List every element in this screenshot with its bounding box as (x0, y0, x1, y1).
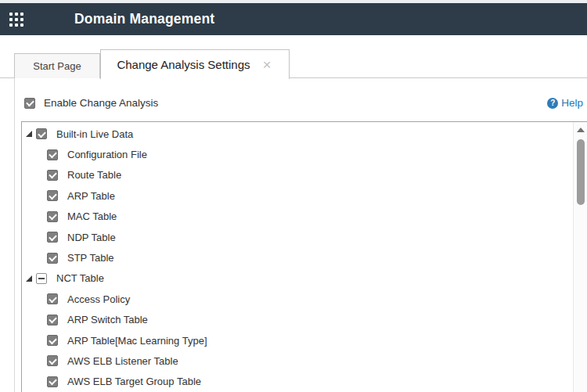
tree-item-checkbox[interactable] (36, 128, 47, 139)
tree-row: ARP Switch Table (22, 310, 572, 330)
tree-item-checkbox[interactable] (47, 335, 58, 346)
tree-row: NDP Table (22, 227, 572, 247)
tree-item-checkbox[interactable] (47, 149, 58, 160)
tree-item-label[interactable]: AWS ELB Target Group Table (67, 376, 201, 387)
tree-item-label[interactable]: ARP Table (67, 190, 115, 202)
help-link[interactable]: ? Help (547, 97, 583, 109)
tree-row: STP Table (22, 247, 572, 268)
app-header: Domain Management (0, 3, 587, 35)
tree-item-label[interactable]: Access Policy (67, 293, 130, 305)
expand-triangle-icon[interactable] (26, 131, 32, 137)
tree-item-label[interactable]: ARP Switch Table (67, 314, 148, 325)
scrollbar-thumb[interactable] (577, 139, 585, 205)
change-analysis-tree-panel: Built-in Live Data Configuration File Ro… (21, 121, 587, 392)
vertical-scrollbar[interactable] (573, 122, 587, 392)
tree-item-checkbox[interactable] (47, 293, 58, 304)
enable-change-analysis-row: Enable Change Analysis (24, 97, 158, 109)
tree-item-checkbox[interactable] (47, 232, 58, 243)
help-label: Help (561, 97, 583, 109)
tree-item-checkbox[interactable] (47, 355, 58, 366)
tab-strip: Start Page Change Analysis Settings × (0, 49, 587, 78)
tree-item-checkbox[interactable] (47, 190, 58, 201)
tree-row: Built-in Live Data (22, 124, 572, 144)
tree-item-checkbox[interactable] (36, 273, 47, 284)
tree-row: Access Policy (22, 289, 572, 309)
enable-change-analysis-label: Enable Change Analysis (44, 97, 158, 109)
tree-item-checkbox[interactable] (47, 170, 58, 181)
close-icon[interactable]: × (261, 59, 273, 70)
tree-row: MAC Table (22, 207, 572, 227)
tree-row: ARP Table (22, 185, 572, 206)
tree-item-checkbox[interactable] (47, 211, 58, 222)
tree-row: NCT Table (22, 268, 572, 289)
tree-item-label[interactable]: Built-in Live Data (56, 128, 133, 140)
tree-row: AWS ELB Target Group Table (22, 372, 572, 392)
tree-item-label[interactable]: MAC Table (67, 210, 117, 222)
tree-item-checkbox[interactable] (47, 315, 58, 325)
scroll-up-arrow-icon[interactable] (577, 128, 585, 132)
tree-item-label[interactable]: NCT Table (56, 272, 104, 284)
tree-item-label[interactable]: ARP Table[Mac Learning Type] (67, 335, 207, 347)
page-title: Domain Management (74, 3, 214, 35)
tree-row: AWS ELB Listener Table (22, 351, 572, 371)
tree-item-label[interactable]: AWS ELB Listener Table (67, 355, 178, 367)
help-icon[interactable]: ? (547, 98, 558, 109)
tree-item-checkbox[interactable] (47, 376, 58, 387)
tab-change-analysis-settings-label: Change Analysis Settings (117, 58, 250, 71)
tree-item-label[interactable]: Route Table (67, 169, 121, 181)
enable-change-analysis-checkbox[interactable] (24, 98, 35, 109)
app-launcher-grid-icon[interactable] (9, 13, 23, 27)
domain-management-window: Domain Management Start Page Change Anal… (0, 0, 587, 392)
tree-row: Configuration File (22, 144, 572, 164)
tree-item-label[interactable]: NDP Table (67, 232, 116, 243)
tree: Built-in Live Data Configuration File Ro… (22, 124, 572, 392)
tab-start-page[interactable]: Start Page (14, 53, 100, 78)
tab-content: Enable Change Analysis ? Help Built-in L… (14, 78, 587, 392)
expand-triangle-icon[interactable] (26, 275, 32, 282)
tree-row: Route Table (22, 165, 572, 185)
tree-row: ARP Table[Mac Learning Type] (22, 330, 572, 351)
tree-item-label[interactable]: STP Table (67, 252, 114, 264)
tab-change-analysis-settings[interactable]: Change Analysis Settings × (100, 49, 290, 79)
tab-start-page-label: Start Page (33, 60, 81, 72)
tree-item-checkbox[interactable] (47, 253, 58, 264)
tree-item-label[interactable]: Configuration File (67, 149, 147, 160)
